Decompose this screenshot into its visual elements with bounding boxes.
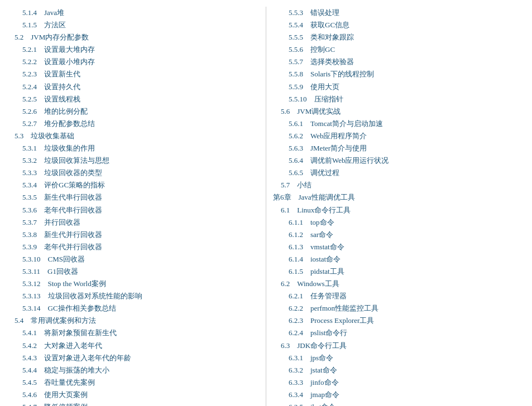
toc-item[interactable]: 5.7 小结 [273,179,525,191]
toc-item[interactable]: 5.4.3 设置对象进入老年代的年龄 [7,352,259,364]
toc-item[interactable]: 5.3.9 老年代并行回收器 [7,241,259,253]
toc-item[interactable]: 6.1.3 vmstat命令 [273,241,525,253]
toc-item[interactable]: 6.2.4 pslist命令行 [273,327,525,339]
toc-item[interactable]: 5.4.4 稳定与振荡的堆大小 [7,364,259,376]
toc-item[interactable]: 5.3.12 Stop the World案例 [7,278,259,290]
toc-item[interactable]: 5.2.4 设置持久代 [7,81,259,93]
toc-item[interactable]: 5.3.11 G1回收器 [7,265,259,278]
toc-item[interactable]: 5.2.7 堆分配参数总结 [7,118,259,130]
toc-item[interactable]: 6.1.5 pidstat工具 [273,265,525,278]
toc-item[interactable]: 6.1 Linux命令行工具 [273,204,525,216]
toc-item[interactable]: 5.3.6 老年代串行回收器 [7,204,259,216]
toc-item[interactable]: 5.4.5 吞吐量优先案例 [7,376,259,389]
toc-item[interactable]: 6.2.3 Process Explorer工具 [273,315,525,327]
toc-item[interactable]: 6.3.5 jhat命令 [273,401,525,406]
toc-item[interactable]: 5.3.7 并行回收器 [7,216,259,229]
toc-item[interactable]: 5.2 JVM内存分配参数 [7,31,259,44]
toc-item[interactable]: 5.1.5 方法区 [7,19,259,31]
toc-item[interactable]: 5.3.3 垃圾回收器的类型 [7,167,259,179]
page-container: 5.1.4 Java堆5.1.5 方法区5.2 JVM内存分配参数5.2.1 设… [0,0,532,406]
toc-item[interactable]: 5.1.4 Java堆 [7,7,259,19]
toc-item[interactable]: 5.3.8 新生代并行回收器 [7,229,259,241]
toc-item[interactable]: 6.3.1 jps命令 [273,352,525,364]
toc-item[interactable]: 第6章 Java性能调优工具 [273,191,525,204]
left-column: 5.1.4 Java堆5.1.5 方法区5.2 JVM内存分配参数5.2.1 设… [0,4,266,406]
toc-item[interactable]: 6.1.2 sar命令 [273,229,525,241]
toc-item[interactable]: 5.2.6 堆的比例分配 [7,105,259,118]
toc-item[interactable]: 6.2 Windows工具 [273,278,525,290]
toc-item[interactable]: 6.2.2 perfmon性能监控工具 [273,302,525,315]
toc-item[interactable]: 5.5.3 错误处理 [273,7,525,19]
toc-item[interactable]: 5.5.7 选择类校验器 [273,56,525,68]
toc-item[interactable]: 5.3.2 垃圾回收算法与思想 [7,154,259,167]
toc-item[interactable]: 5.3.13 垃圾回收器对系统性能的影响 [7,290,259,302]
toc-item[interactable]: 5.2.3 设置新生代 [7,68,259,80]
toc-item[interactable]: 5.6.3 JMeter简介与使用 [273,142,525,154]
toc-item[interactable]: 5.3.1 垃圾收集的作用 [7,142,259,154]
toc-item[interactable]: 5.4.2 大对象进入老年代 [7,340,259,352]
toc-item[interactable]: 5.4 常用调优案例和方法 [7,315,259,327]
toc-item[interactable]: 6.2.1 任务管理器 [273,290,525,302]
toc-item[interactable]: 5.5.6 控制GC [273,44,525,56]
toc-item[interactable]: 5.4.6 使用大页案例 [7,389,259,401]
toc-item[interactable]: 5.3.10 CMS回收器 [7,253,259,265]
toc-item[interactable]: 5.6.5 调优过程 [273,167,525,179]
toc-item[interactable]: 6.1.4 iostat命令 [273,253,525,265]
toc-item[interactable]: 5.3 垃圾收集基础 [7,130,259,142]
toc-item[interactable]: 5.3.4 评价GC策略的指标 [7,179,259,191]
toc-item[interactable]: 5.5.4 获取GC信息 [273,19,525,31]
toc-item[interactable]: 6.3.3 jinfo命令 [273,376,525,389]
toc-item[interactable]: 6.3.4 jmap命令 [273,389,525,401]
toc-item[interactable]: 5.5.10 压缩指针 [273,93,525,105]
toc-item[interactable]: 5.5.9 使用大页 [273,81,525,93]
toc-item[interactable]: 5.2.2 设置最小堆内存 [7,56,259,68]
toc-item[interactable]: 5.2.1 设置最大堆内存 [7,44,259,56]
toc-item[interactable]: 5.3.14 GC操作相关参数总结 [7,302,259,315]
toc-item[interactable]: 6.3.2 jstat命令 [273,364,525,376]
toc-item[interactable]: 5.2.5 设置线程栈 [7,93,259,105]
right-column: 5.5.3 错误处理5.5.4 获取GC信息5.5.5 类和对象跟踪5.5.6 … [266,4,532,406]
toc-item[interactable]: 5.6.4 调优前Web应用运行状况 [273,154,525,167]
toc-item[interactable]: 6.1.1 top命令 [273,216,525,229]
toc-item[interactable]: 5.3.5 新生代串行回收器 [7,191,259,204]
toc-item[interactable]: 5.6.2 Web应用程序简介 [273,130,525,142]
toc-item[interactable]: 5.6 JVM调优实战 [273,105,525,118]
toc-item[interactable]: 5.4.1 将新对象预留在新生代 [7,327,259,339]
toc-item[interactable]: 5.5.8 Solaris下的线程控制 [273,68,525,80]
toc-item[interactable]: 5.6.1 Tomcat简介与启动加速 [273,118,525,130]
toc-item[interactable]: 5.5.5 类和对象跟踪 [273,31,525,44]
toc-item[interactable]: 5.4.7 降低停顿案例 [7,401,259,406]
toc-item[interactable]: 6.3 JDK命令行工具 [273,340,525,352]
